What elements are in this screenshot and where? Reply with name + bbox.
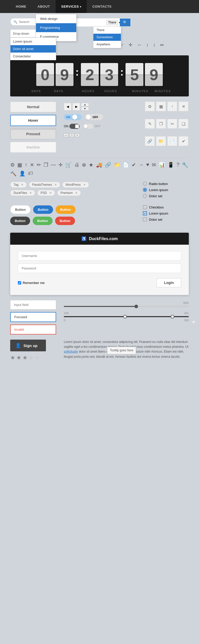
icon-truck[interactable]: 🚚: [96, 162, 102, 168]
icon-folder[interactable]: 📁: [156, 136, 166, 146]
star-2[interactable]: ★: [16, 354, 21, 361]
tag-x-6[interactable]: ✕: [75, 191, 78, 195]
icon-printer[interactable]: 🖨: [74, 162, 79, 168]
icon-grid-sq[interactable]: ▦: [156, 102, 166, 111]
cs-option-3[interactable]: Consectetur: [10, 53, 56, 60]
input-invalid[interactable]: [10, 325, 56, 335]
toggle-on[interactable]: ON: [64, 114, 82, 120]
icon-pencil[interactable]: ✏: [37, 162, 41, 168]
slider-2-thumb-1[interactable]: [123, 315, 127, 318]
tag-x-4[interactable]: ✕: [29, 191, 32, 195]
arrow-left[interactable]: ◀: [64, 103, 71, 110]
tag-pandathemes[interactable]: PandaThemes ✕: [29, 182, 60, 188]
arrow-up[interactable]: ▲: [81, 103, 89, 106]
sd-there[interactable]: There: [93, 27, 121, 34]
tag-x-3[interactable]: ✕: [83, 183, 86, 187]
icon-minus[interactable]: —: [51, 162, 56, 168]
icon-table[interactable]: ▦: [17, 162, 22, 168]
checkbox-empty[interactable]: [143, 205, 147, 209]
icon-star[interactable]: ★: [89, 162, 93, 168]
tag-x-1[interactable]: ✕: [21, 183, 23, 187]
tag-wordpress[interactable]: WordPress ✕: [62, 182, 89, 188]
ui-btn-green-1[interactable]: Button: [33, 217, 53, 225]
arrow-right[interactable]: ▶: [72, 103, 80, 110]
search-submit-btn[interactable]: 🔍: [120, 19, 130, 26]
checkbox-checked-1[interactable]: ✔: [143, 211, 147, 215]
signup-button[interactable]: 👤 Sign up: [10, 340, 46, 351]
nav-home[interactable]: HOME: [10, 0, 32, 13]
ui-btn-yellow-1[interactable]: Button: [56, 205, 76, 214]
btn-hover[interactable]: Hover: [10, 115, 56, 126]
nav-about[interactable]: ABOUT: [32, 0, 56, 13]
win-close[interactable]: ×: [75, 133, 80, 137]
tag-x-2[interactable]: ✕: [54, 183, 57, 187]
tag-premium[interactable]: Premium ✕: [57, 190, 81, 196]
nav-services[interactable]: SERVICES: [56, 0, 87, 13]
icon-up-arrow[interactable]: ↑: [25, 162, 27, 168]
cs-option-2[interactable]: Dolor sit amet: [10, 45, 56, 53]
remember-me-label[interactable]: Remember me: [18, 281, 45, 285]
icon-arrow-right[interactable]: →: [139, 162, 144, 168]
toggle2-off[interactable]: [83, 124, 93, 129]
checkbox-item-1[interactable]: ✔ Lorem ipsum: [143, 211, 189, 215]
signup-link[interactable]: sollicitudin: [64, 350, 78, 353]
sd-somewhere[interactable]: Somewhere: [93, 34, 121, 41]
slider-1-thumb[interactable]: [134, 305, 138, 308]
win-minimize[interactable]: —: [64, 133, 68, 137]
icon-cart[interactable]: 🛒: [65, 162, 72, 168]
icon-question[interactable]: ?: [177, 162, 179, 168]
remember-me-checkbox[interactable]: [18, 281, 21, 284]
username-input[interactable]: [18, 251, 181, 261]
icon-wrench[interactable]: 🔧: [182, 162, 188, 168]
icon-gear[interactable]: ⚙: [145, 102, 155, 111]
star-4[interactable]: ★: [29, 354, 34, 361]
password-input[interactable]: [18, 264, 181, 273]
radio-item-2[interactable]: Dolor set: [143, 194, 189, 198]
icon-doc[interactable]: 📄: [167, 136, 177, 146]
radio-unchecked-2[interactable]: [143, 194, 147, 198]
btn-normal[interactable]: Normal: [10, 102, 56, 112]
icon-edit[interactable]: ✎: [145, 119, 155, 129]
tag-duckfiles[interactable]: DuckFiles ✕: [10, 190, 35, 196]
tag-psd[interactable]: PSD ✕: [37, 190, 55, 196]
ui-btn-blue-1[interactable]: Button: [33, 205, 53, 214]
icon-mail[interactable]: ✉: [152, 162, 156, 168]
icon-plus[interactable]: ✛: [58, 162, 63, 168]
slider-1-track[interactable]: [64, 306, 189, 307]
star-5[interactable]: ★: [35, 354, 40, 361]
icon-settings[interactable]: ⚙: [10, 162, 15, 168]
icon-doc2[interactable]: 📄: [123, 162, 129, 168]
icon-copy[interactable]: ❐: [156, 119, 166, 129]
dropdown-webdesign[interactable]: Web design: [36, 14, 76, 23]
icon-close[interactable]: ✕: [179, 102, 188, 111]
nav-contacts[interactable]: CONTACTS: [87, 0, 117, 13]
there-btn[interactable]: There: [106, 20, 118, 25]
icon-upload[interactable]: ↑: [167, 102, 177, 111]
input-normal[interactable]: [10, 300, 56, 309]
tag-x-5[interactable]: ✕: [49, 191, 52, 195]
icon-heart[interactable]: ♥: [146, 162, 149, 168]
sd-anywhere[interactable]: Anywhere: [93, 41, 121, 48]
icon-circle-x[interactable]: ⊗: [82, 162, 86, 168]
icon-checkmark[interactable]: ✔: [132, 162, 136, 168]
star-3[interactable]: ★: [22, 354, 28, 361]
icon-cut[interactable]: ✂: [167, 119, 177, 129]
arrow-down[interactable]: ▼: [81, 107, 89, 110]
dropdown-programming[interactable]: Programming: [36, 23, 76, 32]
icon-user[interactable]: 👤: [19, 170, 26, 177]
icon-paste[interactable]: ❑: [179, 119, 188, 129]
btn-pressed[interactable]: Pressed: [10, 129, 56, 139]
slider-2-track[interactable]: [64, 316, 189, 317]
icon-chart[interactable]: 📊: [159, 162, 165, 168]
checkbox-item-2[interactable]: Dolor set: [143, 217, 189, 221]
icon-link[interactable]: 🔗: [145, 136, 155, 146]
win-restore[interactable]: □: [69, 133, 74, 137]
toggle2-on[interactable]: [69, 124, 80, 129]
checkbox-unchecked-2[interactable]: [143, 217, 147, 221]
slider-2-thumb-2[interactable]: [171, 315, 174, 318]
input-focused[interactable]: [10, 312, 56, 322]
tag-tag[interactable]: Tag ✕: [10, 182, 27, 188]
toggle-off[interactable]: OFF: [85, 114, 103, 120]
cs-option-1[interactable]: Lorem ipsum: [10, 38, 56, 45]
icon-folder2[interactable]: 📁: [114, 162, 120, 168]
